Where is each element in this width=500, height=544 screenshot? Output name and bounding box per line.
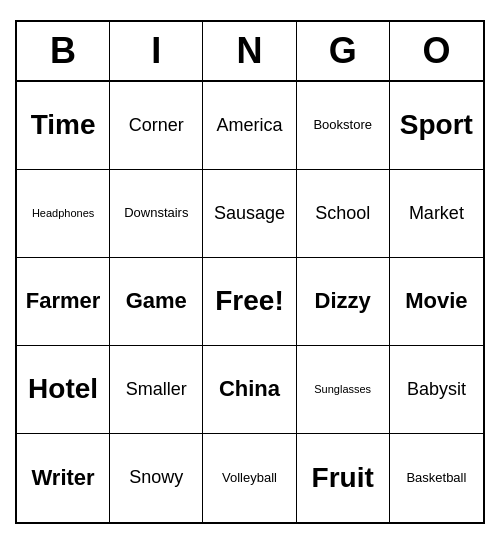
bingo-cell: Farmer — [17, 258, 110, 346]
cell-text: Bookstore — [313, 118, 372, 132]
bingo-cell: Fruit — [297, 434, 390, 522]
bingo-grid: TimeCornerAmericaBookstoreSportHeadphone… — [17, 82, 483, 522]
bingo-cell: Dizzy — [297, 258, 390, 346]
cell-text: Dizzy — [315, 289, 371, 313]
cell-text: Sausage — [214, 204, 285, 224]
bingo-cell: Smaller — [110, 346, 203, 434]
bingo-cell: Headphones — [17, 170, 110, 258]
cell-text: Free! — [215, 286, 283, 317]
cell-text: China — [219, 377, 280, 401]
bingo-cell: Basketball — [390, 434, 483, 522]
bingo-cell: School — [297, 170, 390, 258]
bingo-cell: Downstairs — [110, 170, 203, 258]
bingo-card: BINGO TimeCornerAmericaBookstoreSportHea… — [15, 20, 485, 524]
cell-text: Headphones — [32, 207, 94, 219]
bingo-cell: Sunglasses — [297, 346, 390, 434]
cell-text: Movie — [405, 289, 467, 313]
bingo-cell: Game — [110, 258, 203, 346]
header-letter: I — [110, 22, 203, 80]
cell-text: Snowy — [129, 468, 183, 488]
cell-text: Corner — [129, 116, 184, 136]
header-letter: G — [297, 22, 390, 80]
cell-text: Time — [31, 110, 96, 141]
cell-text: Basketball — [406, 471, 466, 485]
cell-text: Sport — [400, 110, 473, 141]
cell-text: Volleyball — [222, 471, 277, 485]
cell-text: Game — [126, 289, 187, 313]
bingo-cell: Market — [390, 170, 483, 258]
bingo-cell: Writer — [17, 434, 110, 522]
bingo-header: BINGO — [17, 22, 483, 82]
cell-text: America — [216, 116, 282, 136]
header-letter: N — [203, 22, 296, 80]
bingo-cell: Time — [17, 82, 110, 170]
cell-text: Hotel — [28, 374, 98, 405]
cell-text: Sunglasses — [314, 383, 371, 395]
bingo-cell: Volleyball — [203, 434, 296, 522]
cell-text: Smaller — [126, 380, 187, 400]
header-letter: B — [17, 22, 110, 80]
bingo-cell: Bookstore — [297, 82, 390, 170]
bingo-cell: Sausage — [203, 170, 296, 258]
bingo-cell: Free! — [203, 258, 296, 346]
bingo-cell: Babysit — [390, 346, 483, 434]
bingo-cell: Sport — [390, 82, 483, 170]
cell-text: Fruit — [312, 463, 374, 494]
cell-text: Writer — [32, 466, 95, 490]
bingo-cell: Movie — [390, 258, 483, 346]
cell-text: School — [315, 204, 370, 224]
cell-text: Babysit — [407, 380, 466, 400]
bingo-cell: Corner — [110, 82, 203, 170]
bingo-cell: Hotel — [17, 346, 110, 434]
header-letter: O — [390, 22, 483, 80]
bingo-cell: America — [203, 82, 296, 170]
bingo-cell: China — [203, 346, 296, 434]
cell-text: Farmer — [26, 289, 101, 313]
cell-text: Downstairs — [124, 206, 188, 220]
bingo-cell: Snowy — [110, 434, 203, 522]
cell-text: Market — [409, 204, 464, 224]
